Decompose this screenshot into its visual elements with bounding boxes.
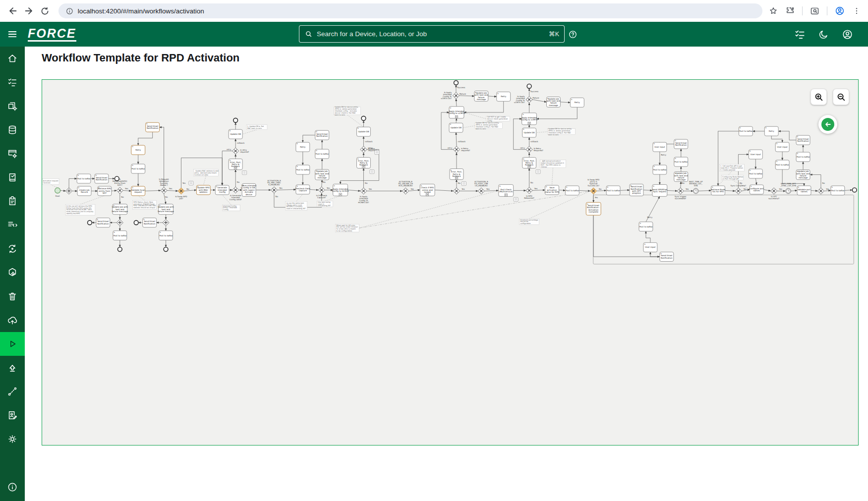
node-gwnamesok[interactable] (817, 188, 824, 194)
node-retryA[interactable]: ⚙Retry (131, 145, 145, 155)
node-updjob7[interactable]: ⚙Update Jobwith task andfailuremessage (796, 170, 810, 180)
sidebar-item-audit-log[interactable] (0, 166, 25, 189)
node-user3[interactable]: ⚙User input (749, 150, 762, 159)
zoom-out-button[interactable] (833, 89, 849, 105)
node-endfinal[interactable] (852, 188, 857, 192)
sidebar-item-jobs[interactable] (0, 189, 25, 213)
sidebar-item-app-config[interactable] (0, 142, 25, 166)
node-gwpar3[interactable] (163, 220, 169, 226)
node-gwpostflag[interactable]: ACTIVATION_RPD_POST_CHECK_ENABLED (474, 180, 488, 194)
my-tasks-button[interactable] (793, 27, 807, 41)
node-gwhcresok[interactable]: Is ApplyIntendedConfig ToHCRES Ok? (358, 188, 369, 204)
sidebar-item-routes[interactable] (0, 380, 25, 403)
node-user2[interactable]: ⚙User input (653, 142, 667, 152)
node-updatemac[interactable]: ⚙Update RPDwith MACaddress (196, 185, 210, 195)
node-gwconfigvalid[interactable]: Is GenerateIntendedConfig valid? (230, 187, 242, 201)
node-kafka4[interactable]: ⚙Post to kafka (315, 149, 329, 159)
node-kafka9[interactable]: ⚙Post to kafka (739, 126, 752, 136)
node-gwretry3[interactable]: is Retryrequired? (453, 146, 470, 153)
browser-back-button[interactable] (5, 3, 21, 19)
node-updatedb1[interactable]: ⚙Update DB (229, 129, 242, 139)
node-end7[interactable] (454, 81, 459, 85)
node-email7[interactable]: ⚙Send EmailNotification (796, 135, 810, 145)
node-gwretry1[interactable]: is retryrequired? (232, 148, 249, 154)
node-gwvalidation[interactable]: Is RequestValidationSuccess/Failed ? (159, 178, 169, 194)
node-updatedb3[interactable]: ⚙Update DB (449, 123, 463, 132)
node-kafka8[interactable]: ⚙Post to kafka (674, 157, 688, 167)
node-emailcomplete[interactable]: ⚙Send EmailNotification -ActivationCompl… (586, 202, 601, 215)
node-end6[interactable] (361, 116, 366, 120)
node-kafka7[interactable]: ⚙Post to kafka (653, 165, 667, 174)
node-gwprecheckflag[interactable]: ACTIVATION_RPD_PRE_CHECK_ENABLED (267, 179, 281, 193)
node-kafka10[interactable]: ⚙Post to kafka (749, 169, 762, 178)
node-gwvcmts2[interactable]: Is ApplyIntendedConfig TovCMTS Ok? (514, 95, 532, 104)
sidebar-item-sync[interactable] (0, 237, 25, 261)
node-wait1[interactable]: WAIT_TIME_XPERTRAK_CAT_SYN (689, 180, 703, 194)
node-updatedb2[interactable]: ⚙Update DB (357, 127, 371, 136)
node-start[interactable]: Start (55, 188, 60, 197)
url-bar[interactable] (58, 3, 762, 18)
sidebar-item-info[interactable] (0, 475, 25, 499)
node-xpertrak[interactable]: ⚙Send XPERTrakSync request (652, 184, 668, 196)
sidebar-item-automation[interactable] (0, 261, 25, 284)
node-emailxpt[interactable]: ⚙Send EmailNotificationwith XPTprogress (630, 184, 643, 196)
node-retryC[interactable]: ⚙Retry (497, 92, 511, 101)
node-updjob1[interactable]: ⚙Update Job withtask andfailure message (112, 204, 128, 215)
browser-profile-icon[interactable] (834, 5, 845, 16)
node-gwonlineok[interactable] (453, 188, 460, 194)
node-kafka0[interactable]: ⚙Post to kafka (77, 174, 91, 183)
help-button[interactable] (568, 30, 578, 41)
node-email4[interactable]: ⚙Send EmailNotification (315, 130, 329, 140)
node-updatedb4[interactable]: ⚙Update DB (522, 128, 536, 137)
sidebar-item-home[interactable] (0, 47, 25, 70)
node-end3[interactable] (134, 221, 138, 225)
node-end2[interactable] (117, 247, 122, 252)
tab-search-panel-icon[interactable] (810, 6, 820, 16)
node-suberr1[interactable]: ⚙Error, Post,Retry &Rollback (229, 159, 242, 170)
sidebar-item-upload[interactable] (0, 308, 25, 332)
node-end8[interactable] (527, 84, 531, 89)
bookmark-star-icon[interactable] (768, 6, 778, 16)
app-logo[interactable]: FORCE (28, 27, 76, 42)
sidebar-item-device-groups[interactable] (0, 94, 25, 118)
node-gwswap[interactable]: Is Swap RPDjob? (175, 188, 187, 200)
node-emailA[interactable]: ⚙Send EmailNotification (146, 122, 160, 132)
node-wait2[interactable]: WAIT_TIME_XPT_SYNC_CAT_SYN (780, 182, 796, 193)
node-retryE[interactable]: ⚙Retry (764, 126, 778, 136)
node-retryD[interactable]: ⚙Retry (570, 98, 584, 107)
workflow-diagram-svg[interactable]: YesYesNoYesYesYesNoYesYesYesYesYesYesNoY… (42, 80, 858, 445)
node-saveconfig[interactable]: ⚙Save intendedconfig in DBwith (open)Act… (241, 183, 256, 196)
node-kafka12[interactable]: ⚙Post to kafka (796, 152, 810, 162)
sidebar-item-contacts[interactable] (0, 403, 25, 427)
global-search[interactable]: ⌘K (299, 25, 565, 43)
node-user1[interactable]: ⚙User input (643, 243, 657, 252)
node-checkonline[interactable]: ⚙Check if RPDonline andlocked (420, 184, 435, 196)
node-suberr2[interactable]: ⚙Error, Post,Retry &Rollback (357, 158, 371, 168)
node-suberr3[interactable]: ⚙Error, Post,Retry &Rollback (450, 169, 463, 180)
node-gwvcmts1[interactable]: Is ApplyIntendedConfig TovCMTS Ok? (441, 91, 459, 100)
node-gwrebooted[interactable]: Is RPDRebooted? (524, 187, 534, 199)
sidebar-item-publish[interactable] (0, 356, 25, 380)
node-kafka3[interactable]: ⚙Post to kafka (159, 231, 173, 240)
node-gwonlineflag[interactable]: ACTIVATION_RPD_ONLINE_CHECK_ENABLED (399, 180, 413, 194)
browser-forward-button[interactable] (21, 3, 37, 19)
node-updjob3[interactable]: ⚙Update Jobwith task andfailuremessage (315, 169, 329, 180)
node-genconfig[interactable]: ⚙GenerateIntendedConfig (215, 185, 229, 195)
sidebar-item-trash[interactable] (0, 284, 25, 308)
sidebar-item-scripts[interactable] (0, 213, 25, 237)
node-applyvcmts1[interactable]: ⚙Apply IntendedConfig to vCMTS (448, 107, 465, 118)
node-gwretrieved[interactable]: IsRetrieved(RPD)Entity FromSOT? (113, 178, 127, 194)
node-kafka11[interactable]: ⚙Post to kafka (775, 160, 789, 169)
node-email2[interactable]: ⚙Send EmailNotification (96, 218, 110, 227)
node-gwswapdone[interactable]: Is Swap RPDjob & isSpectralSuccess ok? (587, 178, 599, 194)
node-savestatus[interactable]: ⚙Saveactivationstatus for RPD (545, 185, 559, 195)
extensions-icon[interactable] (785, 6, 795, 16)
node-email3[interactable]: ⚙Send EmailNotification (143, 218, 157, 227)
sidebar-item-workflows[interactable] (0, 332, 25, 356)
browser-menu-icon[interactable] (852, 6, 861, 15)
node-retrieverpd[interactable]: ⚙Retrieve RPDentity fromSOT (98, 186, 112, 196)
sidebar-item-tasks[interactable] (0, 70, 25, 94)
account-button[interactable] (840, 27, 854, 41)
browser-reload-button[interactable] (37, 3, 53, 19)
node-createjob[interactable]: ⚙Create JobRecord (77, 186, 91, 196)
